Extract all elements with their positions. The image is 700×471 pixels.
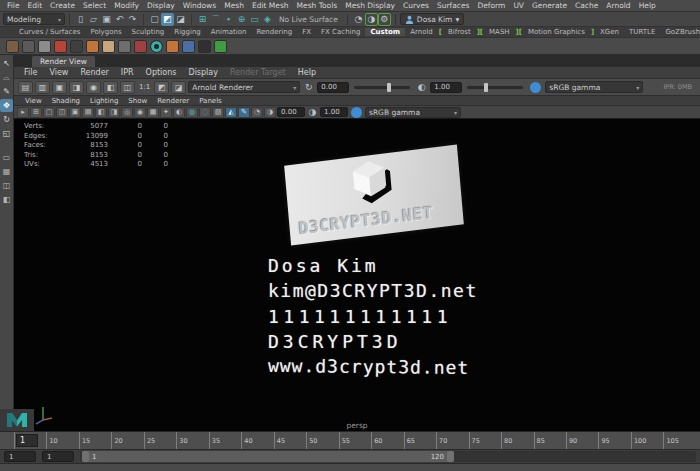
shelf-tab[interactable]: Rigging [169,28,206,36]
shelf-tab[interactable]: XGen [595,28,624,36]
time-tick[interactable]: 25 [144,432,176,449]
menu-item[interactable]: Edit Mesh [248,1,293,10]
exposure-toggle-icon[interactable]: ◔ [251,107,263,118]
shelf-icon-13[interactable] [198,40,211,53]
shelf-icon-9[interactable] [134,40,147,53]
lights-icon[interactable]: ✦ [160,107,172,118]
field-chart-icon[interactable]: ▤ [82,107,94,118]
save-scene-icon[interactable]: ▣ [100,13,113,26]
open-scene-icon[interactable]: ▱ [87,13,100,26]
shelf-tab[interactable]: FX [297,28,316,36]
snap-grid-icon[interactable]: ⊞ [196,13,209,26]
renderer-selector[interactable]: Arnold Renderer ▾ [188,81,300,93]
time-tick[interactable]: 35 [209,432,241,449]
time-tick[interactable]: 50 [306,432,338,449]
render-view-menu-item[interactable]: IPR [115,68,140,77]
time-tick[interactable]: 90 [566,432,598,449]
snapshot-icon[interactable]: ◫ [120,81,135,94]
isolate-select-icon[interactable]: ◭ [225,107,237,118]
xray-icon[interactable]: ▨ [212,107,224,118]
film-gate-icon[interactable]: ▢ [43,107,55,118]
grid-icon[interactable]: ⊞ [30,107,42,118]
menu-item[interactable]: File [3,1,24,10]
time-tick[interactable]: 85 [534,432,566,449]
shaded-icon[interactable]: ◉ [134,107,146,118]
snap-point-icon[interactable]: ∙ [222,13,235,26]
gamma-slider-handle[interactable] [484,83,488,92]
time-tick[interactable]: 75 [469,432,501,449]
render-view-menu-item[interactable]: Render Target [224,68,292,77]
time-tick[interactable]: 60 [371,432,403,449]
menu-item[interactable]: Select [79,1,110,10]
shelf-tab[interactable]: Curves / Surfaces [14,28,85,36]
exposure-slider-handle[interactable] [387,83,391,92]
shadows-icon[interactable]: ◐ [173,107,185,118]
gamma-icon[interactable]: ◐ [415,81,428,94]
render-view-menu-item[interactable]: File [18,68,43,77]
color-management-icon[interactable] [530,82,541,93]
shelf-icon-7[interactable] [102,40,115,53]
resolution-gate-icon[interactable]: ◫ [56,107,68,118]
shelf-tab[interactable]: Sculpting [127,28,170,36]
exposure-field[interactable]: 0.00 [317,82,349,93]
shelf-icon-2[interactable] [22,40,35,53]
render-icon[interactable]: ◔ [352,13,365,26]
snap-view-plane-icon[interactable]: ▭ [248,13,261,26]
menu-item[interactable]: Mesh Display [341,1,399,10]
safe-action-icon[interactable]: ◧ [95,107,107,118]
range-track[interactable]: 1 120 [80,451,696,462]
shelf-icon-6[interactable] [86,40,99,53]
select-object-icon[interactable]: ◩ [161,13,174,26]
paint-select-tool-icon[interactable]: ✎ [0,85,13,98]
wireframe-icon[interactable]: ◎ [121,107,133,118]
time-tick[interactable]: 70 [436,432,468,449]
time-tick[interactable]: 80 [501,432,533,449]
time-slider[interactable]: 5101520253035404550556065707580859095100… [0,431,700,450]
range-bar[interactable]: 1 120 [82,451,454,462]
gamma-toggle-icon[interactable]: ◑ [264,107,276,118]
render-view-menu-item[interactable]: Render [74,68,114,77]
region-render-icon[interactable]: ◧ [103,81,118,94]
layout-four-pane-icon[interactable]: ▦ [0,165,13,178]
time-tick[interactable]: 105 [663,432,695,449]
viewport-color-management-icon[interactable] [351,107,362,118]
viewport-exposure-field[interactable]: 0.00 [277,107,305,117]
camera-lock-icon[interactable]: ▸ [17,107,29,118]
shelf-tab[interactable]: FX Caching [316,28,365,36]
shelf-icon-14[interactable] [214,40,227,53]
new-scene-icon[interactable]: ▯ [74,13,87,26]
shelf-icon-11[interactable] [166,40,179,53]
perspective-viewport[interactable]: Verts:507700 Edges:1309900 Faces:815300 … [14,119,700,431]
view-transform-selector[interactable]: sRGB gamma ▾ [545,81,643,93]
menu-item[interactable]: Surfaces [433,1,473,10]
render-settings-icon[interactable]: ⚙ [378,13,391,26]
shelf-icon-1[interactable] [6,40,19,53]
shelf-icon-5[interactable] [70,40,83,53]
undo-icon[interactable]: ↶ [113,13,126,26]
playback-start-field[interactable]: 1 [42,451,74,462]
layout-two-pane-icon[interactable]: ◫ [0,179,13,192]
time-tick[interactable]: 95 [598,432,630,449]
shelf-tab[interactable]: Arnold [405,28,438,36]
shelf-tab[interactable]: Polygons [85,28,126,36]
reset-exposure-icon[interactable]: ↻ [302,81,315,94]
shelf-icon-3[interactable] [38,40,51,53]
safe-title-icon[interactable]: ◨ [108,107,120,118]
shelf-tab[interactable]: Motion Graphics [523,28,590,36]
menu-set-selector[interactable]: Modeling ▾ [3,13,65,25]
layout-outliner-icon[interactable]: ◧ [0,193,13,206]
redo-icon[interactable]: ↷ [126,13,139,26]
open-image-icon[interactable]: ▤ [18,81,33,94]
make-live-icon[interactable]: ◈ [261,13,274,26]
time-tick[interactable]: 20 [111,432,143,449]
animation-start-field[interactable]: 1 [4,451,36,462]
save-image-icon[interactable]: ▥ [35,81,50,94]
select-component-icon[interactable]: ◪ [174,13,187,26]
range-start-grip[interactable] [82,451,89,462]
textured-icon[interactable]: ▦ [147,107,159,118]
render-view-menu-item[interactable]: Help [292,68,322,77]
time-tick[interactable]: 45 [274,432,306,449]
menu-item[interactable]: Mesh [220,1,248,10]
shelf-tab[interactable]: Custom [365,28,405,36]
gamma-field[interactable]: 1.00 [430,82,462,93]
